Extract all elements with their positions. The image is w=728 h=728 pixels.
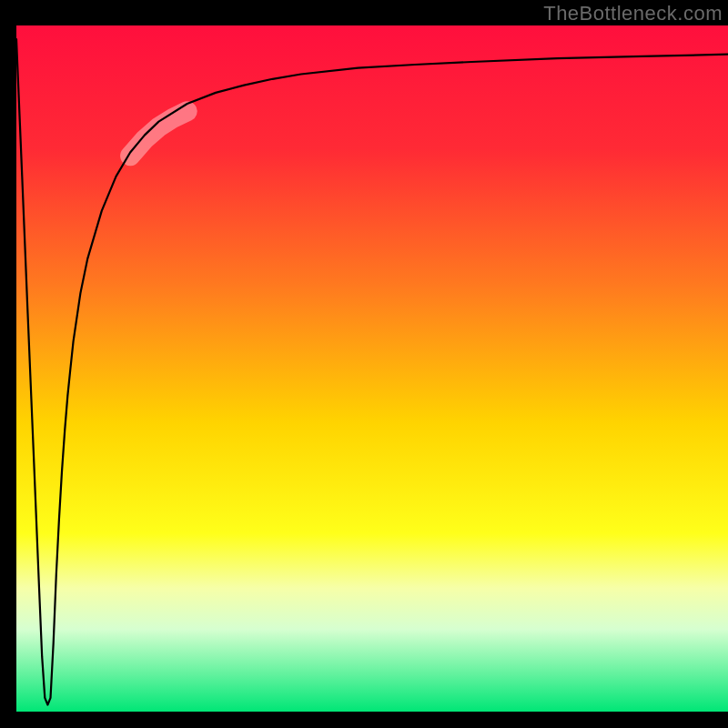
chart-stage: TheBottleneck.com	[0, 0, 728, 728]
frame-left	[0, 0, 16, 728]
bottleneck-chart	[0, 0, 728, 728]
frame-top	[0, 0, 728, 25]
gradient-background	[16, 25, 728, 712]
frame-bottom	[0, 712, 728, 728]
